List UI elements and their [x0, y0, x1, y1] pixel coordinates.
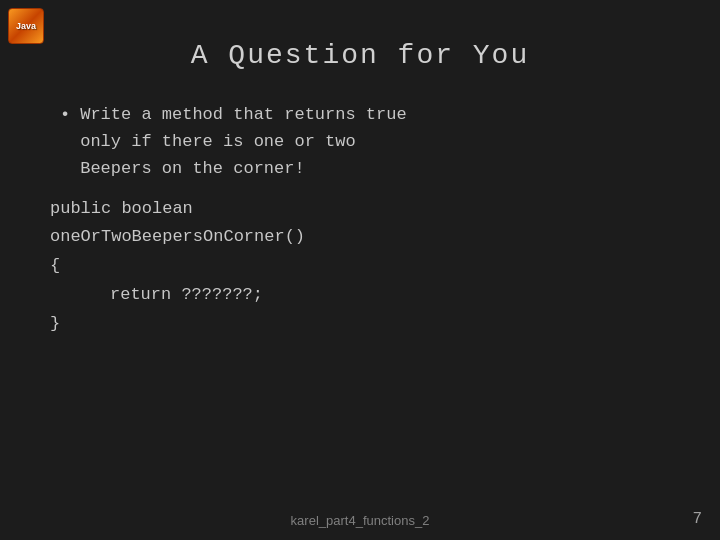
code-line4: return ???????;: [50, 281, 670, 310]
code-block: public boolean oneOrTwoBeepersOnCorner()…: [50, 195, 670, 339]
bullet-item: • Write a method that returns true only …: [60, 101, 670, 183]
code-line5: }: [50, 310, 670, 339]
bullet-text: Write a method that returns true only if…: [80, 101, 406, 183]
footer-text: karel_part4_functions_2: [291, 513, 430, 528]
bullet-line1: Write a method that returns true: [80, 105, 406, 124]
slide-title: A Question for You: [50, 40, 670, 71]
java-logo-text: Java: [16, 21, 36, 31]
page-number: 7: [692, 510, 702, 528]
slide: Java A Question for You • Write a method…: [0, 0, 720, 540]
slide-content: • Write a method that returns true only …: [50, 101, 670, 339]
java-logo-inner: Java: [8, 8, 44, 44]
code-line1: public boolean: [50, 195, 670, 224]
code-line3: {: [50, 252, 670, 281]
java-logo: Java: [8, 8, 44, 44]
bullet-char: •: [60, 101, 70, 183]
bullet-line2: only if there is one or two: [80, 132, 355, 151]
code-line2: oneOrTwoBeepersOnCorner(): [50, 223, 670, 252]
bullet-line3: Beepers on the corner!: [80, 159, 304, 178]
